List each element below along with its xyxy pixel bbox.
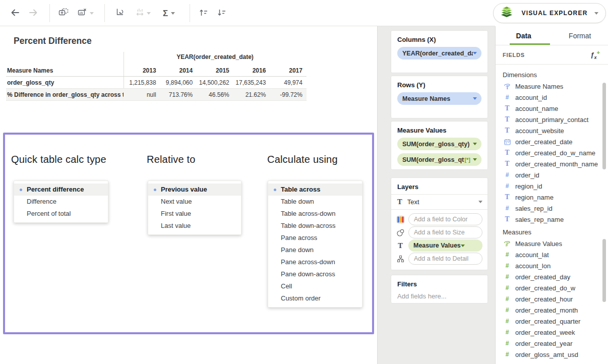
rows-pill[interactable]: Measure Names [397,92,481,105]
menu-item-percent-of-total[interactable]: Percent of total [14,208,108,220]
filters-drop-target[interactable]: Add fields here... [391,291,488,306]
field-account-lon[interactable]: #account_lon [496,260,608,271]
table-cell: 49,974 [270,79,307,86]
field-sales-rep-name[interactable]: Tsales_rep_name [496,214,608,224]
text-field-icon: T [504,105,511,112]
layer-type-dropdown[interactable]: T Text [391,195,488,209]
field-order-created-date[interactable]: order_created_date [496,136,608,147]
columns-pill[interactable]: YEAR(order_created_date) [397,47,481,59]
measure-values-pill-calc[interactable]: SUM(order_gloss_qty) [*] [397,153,481,166]
table-row: % Difference in order_gloss_qty across t… [6,89,307,101]
field-order-gloss-amt-usd[interactable]: #order_gloss_amt_usd [496,349,608,360]
chevron-down-icon [147,12,151,15]
field-sales-rep-id[interactable]: #sales_rep_id [496,203,608,214]
clear-visualization-button[interactable] [75,6,96,20]
app-switcher-button[interactable]: VISUAL EXPLORER [493,3,606,23]
measures-scrollbar-thumb[interactable] [602,239,606,302]
field-account-id[interactable]: #account_id [496,92,608,103]
color-drop-target[interactable]: Add a field to Color [408,213,482,225]
field-order-created-year[interactable]: #order_created_year [496,338,608,349]
chevron-down-icon [473,97,477,100]
calendar-field-icon [504,139,511,145]
swap-axes-button[interactable] [113,6,127,20]
sort-descending-button[interactable] [215,6,229,20]
table-header-row: Measure Names 2013 2014 2015 2016 2017 [6,65,307,77]
visual-explorer-app: Σ [0,0,608,364]
calculate-using-menu: Table across Table down Table across-dow… [268,180,362,308]
field-order-id[interactable]: #order_id [496,169,608,180]
field-region-name[interactable]: Tregion_name [496,192,608,203]
size-drop-target[interactable]: Add a field to Size [408,226,482,238]
dimensions-scrollbar-thumb[interactable] [602,83,606,169]
chevron-down-icon [473,143,477,145]
field-order-created-do-w[interactable]: #order_created_do_w [496,282,608,293]
field-account-lat[interactable]: #account_lat [496,249,608,260]
menu-item-pane-down[interactable]: Pane down [268,244,362,256]
relative-to-heading: Relative to [147,154,196,165]
measures-label: Measures [496,224,608,238]
year-column-header: 2015 [197,67,233,74]
sort-ascending-button[interactable] [197,6,211,20]
field-order-created-month[interactable]: #order_created_month [496,305,608,316]
field-account-website[interactable]: Taccount_website [496,125,608,136]
table-cell: 46.56% [197,91,233,98]
menu-item-table-across[interactable]: Table across [268,184,362,196]
field-region-id[interactable]: #region_id [496,180,608,192]
chevron-down-icon [90,12,94,15]
menu-item-previous-value[interactable]: Previous value [148,184,241,196]
menu-item-pane-across[interactable]: Pane across [268,232,362,244]
menu-item-cell[interactable]: Cell [268,280,362,292]
toolbar: Σ [0,0,608,26]
aggregate-button[interactable]: Σ [158,6,179,20]
field-order-created-week[interactable]: #order_created_week [496,327,608,338]
add-calculated-field-button[interactable]: ƒx+ [590,49,600,60]
field-order-created-hour[interactable]: #order_created_hour [496,293,608,305]
menu-item-custom-order[interactable]: Custom order [268,292,362,305]
number-field-icon: # [504,94,511,101]
field-order-created-quarter[interactable]: #order_created_quarter [496,316,608,327]
menu-item-table-down-across[interactable]: Table down-across [268,220,362,232]
chevron-down-icon [461,245,465,247]
menu-item-pane-across-down[interactable]: Pane across-down [268,256,362,268]
tab-format[interactable]: Format [552,26,608,45]
field-measure-values[interactable]: # Measure Values [496,238,608,249]
menu-item-table-across-down[interactable]: Table across-down [268,208,362,220]
measure-values-pill[interactable]: SUM(order_gloss_qty) [397,138,481,150]
menu-item-first-value[interactable]: First value [148,208,241,220]
new-visualization-button[interactable] [56,6,71,20]
back-button[interactable] [8,6,22,20]
chevron-down-icon [171,12,175,15]
layers-shelf-title: Layers [391,178,488,194]
relative-to-menu: Previous value Next value First value La… [148,180,241,235]
menu-item-percent-difference[interactable]: Percent difference [14,184,108,196]
back-arrow-icon [10,8,20,19]
menu-item-difference[interactable]: Difference [14,196,108,208]
number-field-icon: # [504,284,511,291]
dimensions-label: Dimensions [496,65,608,81]
field-order-created-month-name[interactable]: Torder_created_month_name [496,158,608,169]
tab-data[interactable]: Data [496,26,552,45]
fit-width-icon [135,8,145,19]
menu-item-last-value[interactable]: Last value [148,220,241,232]
dimensions-list: T Measure Names #account_id Taccount_nam… [496,81,608,224]
menu-item-table-down[interactable]: Table down [268,196,362,208]
field-account-name[interactable]: Taccount_name [496,103,608,114]
table-row: order_gloss_qty 1,215,838 9,894,060 14,5… [6,77,307,89]
field-order-created-day[interactable]: #order_created_day [496,271,608,282]
visualization-canvas: Percent Difference YEAR(order_created_da… [0,26,378,364]
field-order-created-do-w-name[interactable]: Torder_created_do_w_name [496,147,608,158]
field-measure-names[interactable]: T Measure Names [496,81,608,92]
text-encoding-pill[interactable]: Measure Values [408,239,482,252]
chevron-down-icon [473,158,477,161]
year-column-header: 2017 [270,67,307,74]
viz-title: Percent Difference [14,36,92,46]
field-account-primary-contact[interactable]: Taccount_primary_contact [496,114,608,125]
app-switcher-label: VISUAL EXPLORER [515,10,594,17]
detail-drop-target[interactable]: Add a field to Detail [408,253,482,265]
menu-item-next-value[interactable]: Next value [148,196,241,208]
filters-shelf: Filters Add fields here... [391,275,488,304]
filters-shelf-title: Filters [391,275,488,291]
number-field-icon: # [504,171,511,178]
menu-item-pane-down-across[interactable]: Pane down-across [268,268,362,280]
chevron-down-icon [594,12,598,15]
